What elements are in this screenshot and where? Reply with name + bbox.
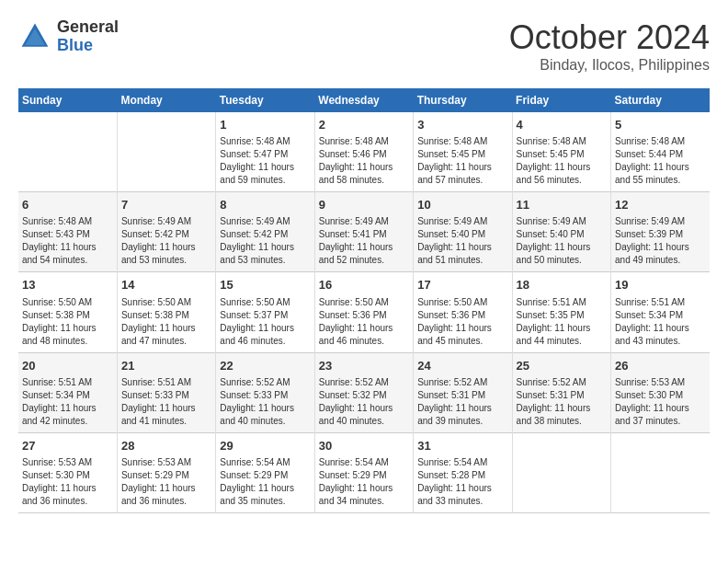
day-number: 1 xyxy=(220,117,310,133)
calendar-day-cell: 8Sunrise: 5:49 AM Sunset: 5:42 PM Daylig… xyxy=(216,192,314,272)
day-info: Sunrise: 5:49 AM Sunset: 5:39 PM Dayligh… xyxy=(615,215,706,267)
day-number: 29 xyxy=(220,438,310,454)
calendar-title: October 2024 xyxy=(509,18,710,57)
calendar-week-row: 13Sunrise: 5:50 AM Sunset: 5:38 PM Dayli… xyxy=(18,272,710,352)
calendar-day-cell: 2Sunrise: 5:48 AM Sunset: 5:46 PM Daylig… xyxy=(314,112,413,192)
day-number: 27 xyxy=(22,438,113,454)
day-info: Sunrise: 5:52 AM Sunset: 5:32 PM Dayligh… xyxy=(319,376,409,428)
day-number: 14 xyxy=(121,277,211,293)
day-number: 20 xyxy=(22,358,113,374)
calendar-day-cell: 21Sunrise: 5:51 AM Sunset: 5:33 PM Dayli… xyxy=(117,352,215,432)
day-number: 6 xyxy=(22,197,113,213)
day-info: Sunrise: 5:51 AM Sunset: 5:35 PM Dayligh… xyxy=(517,296,607,348)
logo-icon xyxy=(18,20,51,53)
logo-blue: Blue xyxy=(57,37,119,55)
day-number: 23 xyxy=(319,358,409,374)
day-number: 26 xyxy=(615,358,706,374)
calendar-day-cell: 24Sunrise: 5:52 AM Sunset: 5:31 PM Dayli… xyxy=(414,352,512,432)
day-info: Sunrise: 5:51 AM Sunset: 5:34 PM Dayligh… xyxy=(22,376,113,428)
calendar-day-cell: 1Sunrise: 5:48 AM Sunset: 5:47 PM Daylig… xyxy=(216,112,314,192)
day-info: Sunrise: 5:49 AM Sunset: 5:41 PM Dayligh… xyxy=(319,215,409,267)
day-number: 12 xyxy=(615,197,706,213)
calendar-day-cell: 20Sunrise: 5:51 AM Sunset: 5:34 PM Dayli… xyxy=(18,352,117,432)
day-info: Sunrise: 5:48 AM Sunset: 5:45 PM Dayligh… xyxy=(517,135,607,187)
day-number: 30 xyxy=(319,438,409,454)
calendar-table: SundayMondayTuesdayWednesdayThursdayFrid… xyxy=(18,88,710,513)
day-info: Sunrise: 5:49 AM Sunset: 5:40 PM Dayligh… xyxy=(417,215,507,267)
calendar-week-row: 1Sunrise: 5:48 AM Sunset: 5:47 PM Daylig… xyxy=(18,112,710,192)
calendar-day-cell xyxy=(512,432,610,512)
calendar-day-cell: 17Sunrise: 5:50 AM Sunset: 5:36 PM Dayli… xyxy=(414,272,512,352)
day-number: 21 xyxy=(121,358,211,374)
calendar-day-cell: 30Sunrise: 5:54 AM Sunset: 5:29 PM Dayli… xyxy=(314,432,413,512)
day-number: 10 xyxy=(417,197,507,213)
weekday-header: Monday xyxy=(117,88,215,112)
logo: General Blue xyxy=(18,18,119,55)
calendar-day-cell: 25Sunrise: 5:52 AM Sunset: 5:31 PM Dayli… xyxy=(512,352,610,432)
day-info: Sunrise: 5:48 AM Sunset: 5:46 PM Dayligh… xyxy=(319,135,409,187)
calendar-day-cell: 9Sunrise: 5:49 AM Sunset: 5:41 PM Daylig… xyxy=(314,192,413,272)
calendar-day-cell: 7Sunrise: 5:49 AM Sunset: 5:42 PM Daylig… xyxy=(117,192,215,272)
day-info: Sunrise: 5:49 AM Sunset: 5:42 PM Dayligh… xyxy=(220,215,310,267)
calendar-week-row: 6Sunrise: 5:48 AM Sunset: 5:43 PM Daylig… xyxy=(18,192,710,272)
day-number: 22 xyxy=(220,358,310,374)
day-number: 19 xyxy=(615,277,706,293)
calendar-day-cell: 12Sunrise: 5:49 AM Sunset: 5:39 PM Dayli… xyxy=(611,192,710,272)
day-number: 9 xyxy=(319,197,409,213)
day-info: Sunrise: 5:52 AM Sunset: 5:31 PM Dayligh… xyxy=(417,376,507,428)
calendar-day-cell: 13Sunrise: 5:50 AM Sunset: 5:38 PM Dayli… xyxy=(18,272,117,352)
calendar-week-row: 27Sunrise: 5:53 AM Sunset: 5:30 PM Dayli… xyxy=(18,432,710,512)
day-info: Sunrise: 5:54 AM Sunset: 5:29 PM Dayligh… xyxy=(319,456,409,508)
logo-general: General xyxy=(57,18,119,37)
day-number: 28 xyxy=(121,438,211,454)
calendar-day-cell: 18Sunrise: 5:51 AM Sunset: 5:35 PM Dayli… xyxy=(512,272,610,352)
day-number: 7 xyxy=(121,197,211,213)
day-info: Sunrise: 5:54 AM Sunset: 5:29 PM Dayligh… xyxy=(220,456,310,508)
calendar-day-cell: 5Sunrise: 5:48 AM Sunset: 5:44 PM Daylig… xyxy=(611,112,710,192)
day-number: 25 xyxy=(517,358,607,374)
weekday-header: Wednesday xyxy=(314,88,413,112)
calendar-day-cell: 16Sunrise: 5:50 AM Sunset: 5:36 PM Dayli… xyxy=(314,272,413,352)
weekday-header: Friday xyxy=(512,88,610,112)
day-info: Sunrise: 5:50 AM Sunset: 5:38 PM Dayligh… xyxy=(22,296,113,348)
day-number: 5 xyxy=(615,117,706,133)
weekday-header: Tuesday xyxy=(216,88,314,112)
day-info: Sunrise: 5:48 AM Sunset: 5:44 PM Dayligh… xyxy=(615,135,706,187)
calendar-day-cell: 23Sunrise: 5:52 AM Sunset: 5:32 PM Dayli… xyxy=(314,352,413,432)
logo-text: General Blue xyxy=(57,18,119,55)
page-header: General Blue October 2024 Binday, Ilocos… xyxy=(18,18,710,74)
calendar-subtitle: Binday, Ilocos, Philippines xyxy=(509,57,710,74)
day-number: 31 xyxy=(417,438,507,454)
calendar-day-cell: 27Sunrise: 5:53 AM Sunset: 5:30 PM Dayli… xyxy=(18,432,117,512)
day-info: Sunrise: 5:53 AM Sunset: 5:30 PM Dayligh… xyxy=(22,456,113,508)
calendar-day-cell: 29Sunrise: 5:54 AM Sunset: 5:29 PM Dayli… xyxy=(216,432,314,512)
day-info: Sunrise: 5:49 AM Sunset: 5:40 PM Dayligh… xyxy=(517,215,607,267)
day-number: 17 xyxy=(417,277,507,293)
day-number: 24 xyxy=(417,358,507,374)
day-info: Sunrise: 5:51 AM Sunset: 5:33 PM Dayligh… xyxy=(121,376,211,428)
day-info: Sunrise: 5:50 AM Sunset: 5:37 PM Dayligh… xyxy=(220,296,310,348)
day-info: Sunrise: 5:49 AM Sunset: 5:42 PM Dayligh… xyxy=(121,215,211,267)
calendar-day-cell xyxy=(611,432,710,512)
calendar-day-cell: 4Sunrise: 5:48 AM Sunset: 5:45 PM Daylig… xyxy=(512,112,610,192)
weekday-header: Sunday xyxy=(18,88,117,112)
day-number: 15 xyxy=(220,277,310,293)
day-info: Sunrise: 5:50 AM Sunset: 5:36 PM Dayligh… xyxy=(417,296,507,348)
day-info: Sunrise: 5:52 AM Sunset: 5:33 PM Dayligh… xyxy=(220,376,310,428)
calendar-day-cell: 11Sunrise: 5:49 AM Sunset: 5:40 PM Dayli… xyxy=(512,192,610,272)
calendar-day-cell xyxy=(18,112,117,192)
day-info: Sunrise: 5:48 AM Sunset: 5:45 PM Dayligh… xyxy=(417,135,507,187)
calendar-day-cell: 31Sunrise: 5:54 AM Sunset: 5:28 PM Dayli… xyxy=(414,432,512,512)
day-info: Sunrise: 5:50 AM Sunset: 5:36 PM Dayligh… xyxy=(319,296,409,348)
calendar-day-cell: 3Sunrise: 5:48 AM Sunset: 5:45 PM Daylig… xyxy=(414,112,512,192)
day-info: Sunrise: 5:51 AM Sunset: 5:34 PM Dayligh… xyxy=(615,296,706,348)
day-number: 2 xyxy=(319,117,409,133)
day-number: 8 xyxy=(220,197,310,213)
weekday-header: Saturday xyxy=(611,88,710,112)
day-number: 3 xyxy=(417,117,507,133)
calendar-day-cell: 14Sunrise: 5:50 AM Sunset: 5:38 PM Dayli… xyxy=(117,272,215,352)
day-number: 11 xyxy=(517,197,607,213)
day-info: Sunrise: 5:52 AM Sunset: 5:31 PM Dayligh… xyxy=(517,376,607,428)
header-row: SundayMondayTuesdayWednesdayThursdayFrid… xyxy=(18,88,710,112)
day-number: 16 xyxy=(319,277,409,293)
